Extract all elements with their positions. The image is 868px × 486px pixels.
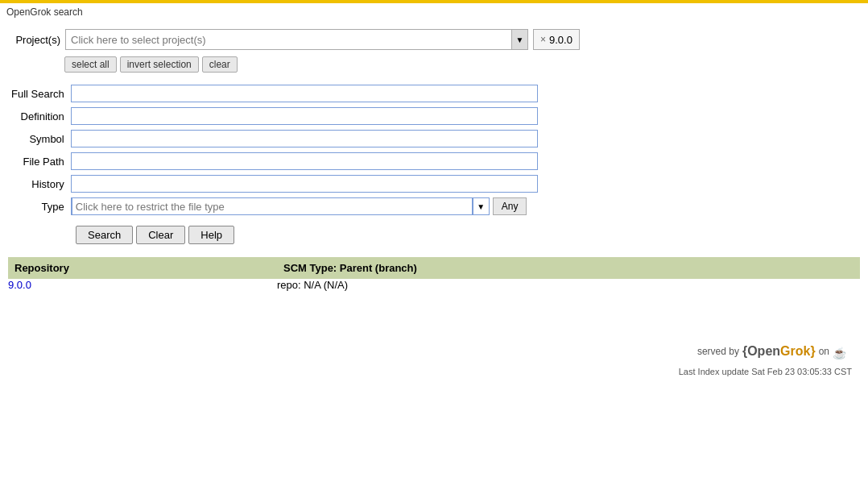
project-row: Project(s) ▼ × 9.0.0 (8, 29, 860, 50)
type-cell: ▼ Any (68, 195, 860, 218)
type-dropdown-arrow[interactable]: ▼ (473, 198, 489, 214)
select-all-button[interactable]: select all (64, 56, 117, 73)
last-index-text: Last Index update Sat Feb 23 03:05:33 CS… (679, 367, 852, 376)
type-input-row: ▼ Any (71, 197, 857, 215)
history-cell (68, 172, 860, 195)
symbol-label: Symbol (8, 127, 68, 150)
on-text: on (819, 346, 829, 357)
type-select-input[interactable] (72, 197, 473, 215)
repo-header-row: Repository SCM Type: Parent (branch) (8, 257, 860, 279)
full-search-input[interactable] (71, 85, 538, 102)
history-row: History (8, 172, 860, 195)
file-path-row: File Path (8, 150, 860, 172)
repo-col-header: Repository (8, 257, 277, 279)
definition-input[interactable] (71, 107, 538, 125)
project-label: Project(s) (8, 34, 60, 46)
clear-selection-button[interactable]: clear (202, 56, 238, 73)
file-path-cell (68, 150, 860, 172)
project-select-input[interactable] (66, 32, 511, 48)
page-title: OpenGrok search (6, 6, 83, 18)
file-path-label: File Path (8, 150, 68, 172)
title-bar: OpenGrok search (0, 3, 868, 21)
any-badge: Any (493, 197, 527, 215)
main-content: Project(s) ▼ × 9.0.0 select all invert s… (0, 21, 868, 291)
search-button[interactable]: Search (76, 226, 133, 244)
definition-label: Definition (8, 105, 68, 127)
scm-cell: repo: N/A (N/A) (277, 279, 860, 291)
brand-open: {Open (742, 344, 780, 358)
project-dropdown-arrow[interactable]: ▼ (511, 30, 527, 49)
selection-buttons: select all invert selection clear (64, 56, 860, 73)
type-label: Type (8, 195, 68, 218)
clear-button[interactable]: Clear (136, 226, 185, 244)
served-by-text: served by (697, 346, 739, 357)
full-search-row: Full Search (8, 82, 860, 105)
action-buttons: Search Clear Help (76, 226, 860, 244)
symbol-row: Symbol (8, 127, 860, 150)
java-icon: ☕ (833, 339, 852, 363)
repository-table: Repository SCM Type: Parent (branch) 9.0… (8, 257, 860, 291)
scm-col-header: SCM Type: Parent (branch) (277, 257, 860, 279)
svg-text:☕: ☕ (833, 347, 847, 360)
brand-name: {OpenGrok} (742, 344, 816, 359)
type-row: Type ▼ Any (8, 195, 860, 218)
file-path-input[interactable] (71, 152, 538, 170)
type-select-wrapper[interactable]: ▼ (71, 197, 490, 215)
definition-row: Definition (8, 105, 860, 127)
footer-update: Last Index update Sat Feb 23 03:05:33 CS… (0, 367, 852, 376)
full-search-cell (68, 82, 860, 105)
footer-brand: served by {OpenGrok} on ☕ (0, 339, 852, 363)
version-badge: × 9.0.0 (533, 29, 580, 50)
repo-tbody: 9.0.0repo: N/A (N/A) (8, 279, 860, 291)
help-button[interactable]: Help (188, 226, 234, 244)
definition-cell (68, 105, 860, 127)
history-label: History (8, 172, 68, 195)
search-form: Full Search Definition Symbol File Path … (8, 82, 860, 218)
version-number: 9.0.0 (549, 34, 572, 46)
brand-grok: Grok} (780, 344, 816, 358)
table-row: 9.0.0repo: N/A (N/A) (8, 279, 860, 291)
symbol-cell (68, 127, 860, 150)
symbol-input[interactable] (71, 130, 538, 147)
version-x-icon: × (540, 34, 546, 45)
repo-link[interactable]: 9.0.0 (8, 279, 31, 291)
footer: served by {OpenGrok} on ☕ Last Index upd… (0, 339, 868, 384)
repo-cell: 9.0.0 (8, 279, 277, 291)
history-input[interactable] (71, 175, 538, 193)
project-select-wrapper[interactable]: ▼ (65, 29, 528, 50)
full-search-label: Full Search (8, 82, 68, 105)
invert-selection-button[interactable]: invert selection (120, 56, 199, 73)
